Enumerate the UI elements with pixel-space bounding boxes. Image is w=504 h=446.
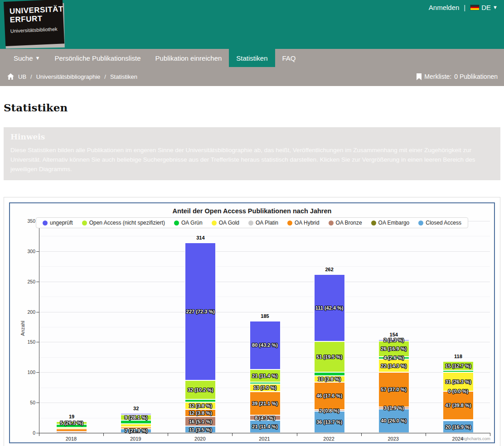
bar-segment[interactable] — [121, 420, 151, 424]
nav-item-suche[interactable]: Suche▼ — [6, 49, 47, 67]
x-axis-tick — [168, 433, 168, 436]
bar-total-label: 262 — [325, 267, 333, 272]
language-switcher[interactable]: DE ▼ — [470, 4, 498, 11]
y-axis-label: 50 — [17, 400, 35, 405]
legend-item-open-access-nicht-spezifiziert-[interactable]: Open Access (nicht spezifiziert) — [82, 220, 165, 226]
german-flag-icon — [470, 5, 480, 10]
bar-segment[interactable] — [443, 370, 474, 372]
nav-item-statistiken[interactable]: Statistiken — [229, 49, 275, 67]
merkliste-label: Merkliste: — [424, 73, 451, 80]
logo-line2: ERFURT — [10, 13, 63, 24]
login-link[interactable]: Anmelden — [429, 4, 460, 11]
x-axis-label: 2023 — [361, 436, 426, 441]
breadcrumb: UB/Universitätsbibliographie/Statistiken — [7, 73, 137, 80]
bar-segment[interactable] — [56, 427, 87, 429]
bar-segment[interactable] — [314, 372, 345, 376]
chart-title: Anteil der Open Access Publikationen nac… — [10, 207, 494, 215]
bar-segment[interactable] — [443, 420, 474, 421]
segment-data-label: 40 (26.0 %) — [381, 418, 407, 423]
segment-data-label: 0 (0.0 %) — [448, 388, 469, 394]
legend-item-oa-gold[interactable]: OA Gold — [212, 220, 239, 226]
x-axis-tick — [490, 433, 490, 436]
logo-subtitle: Universitätsbibliothek — [10, 26, 64, 34]
segment-data-label: 111 (42.4 %) — [315, 305, 344, 311]
segment-data-label: 80 (43.2 %) — [252, 342, 278, 348]
merkliste-count: 0 Publikationen — [454, 73, 498, 80]
segment-data-label: 31 (26.3 %) — [445, 379, 471, 384]
chevron-down-icon: ▼ — [493, 5, 498, 10]
y-axis-tick — [36, 342, 39, 342]
nav-item-label: FAQ — [282, 54, 296, 62]
x-axis-tick — [297, 433, 297, 436]
legend-item-oa-gr-n[interactable]: OA Grün — [174, 220, 203, 226]
gridline-minor — [39, 297, 490, 297]
header-actions: Anmelden | DE ▼ — [429, 4, 498, 11]
segment-data-label: 46 (17.6 %) — [316, 393, 342, 398]
main-content: Statistiken Hinweis Diese Statistiken bi… — [0, 101, 504, 446]
site-header: UNIVERSITÄT ERFURT Universitätsbibliothe… — [0, 0, 504, 49]
y-axis-label: 150 — [17, 339, 35, 345]
legend-item-oa-hybrid[interactable]: OA Hybrid — [287, 220, 320, 226]
chevron-down-icon: ▼ — [35, 56, 40, 61]
x-axis-label: 2019 — [103, 436, 168, 441]
bar-segment[interactable] — [185, 399, 216, 402]
open-access-chart[interactable]: Anteil der Open Access Publikationen nac… — [9, 202, 495, 443]
segment-data-label: 13 (7.0 %) — [253, 385, 276, 390]
segment-data-label: 2 (1.3 %) — [383, 337, 404, 343]
segment-data-label: 10 (3.8 %) — [318, 376, 341, 382]
breadcrumb-item[interactable]: Statistiken — [110, 73, 137, 80]
segment-data-label: 5 (26.3 %) — [60, 420, 83, 426]
segment-data-label: 51 (19.5 %) — [316, 354, 342, 360]
breadcrumb-item[interactable]: UB — [18, 73, 26, 80]
y-axis-tick — [36, 372, 39, 373]
legend-item-closed-access[interactable]: Closed Access — [418, 220, 461, 226]
legend-marker-icon — [174, 221, 179, 225]
breadcrumb-item[interactable]: Universitätsbibliographie — [36, 73, 101, 80]
home-icon[interactable] — [7, 73, 14, 80]
segment-data-label: 9 (28.1 %) — [125, 415, 148, 420]
language-label: DE — [481, 4, 491, 11]
legend-item-oa-platin[interactable]: OA Platin — [248, 220, 278, 226]
legend-label: OA Hybrid — [295, 220, 320, 226]
nav-item-faq[interactable]: FAQ — [275, 49, 303, 67]
nav-item-pers-nliche-publikationsliste[interactable]: Persönliche Publikationsliste — [47, 49, 148, 67]
legend-label: ungeprüft — [50, 220, 73, 226]
chart-legend: ungeprüftOpen Access (nicht spezifiziert… — [36, 217, 468, 228]
hinweis-text: Diese Statistiken bilden alle Publikatio… — [10, 145, 486, 174]
y-axis-title: Anzahl — [20, 315, 25, 342]
gridline-major — [39, 312, 490, 312]
segment-data-label: 2 (0.8 %) — [319, 408, 339, 413]
legend-item-oa-bronze[interactable]: OA Bronze — [329, 220, 362, 226]
university-logo[interactable]: UNIVERSITÄT ERFURT Universitätsbibliothe… — [4, 2, 67, 50]
bookmark-icon — [417, 73, 422, 80]
bar-segment[interactable] — [56, 429, 87, 432]
x-axis-tick — [426, 433, 426, 436]
legend-marker-icon — [287, 221, 292, 225]
segment-data-label: 12 (3.8 %) — [189, 403, 212, 408]
x-axis-label: 2021 — [232, 436, 296, 441]
legend-marker-icon — [248, 221, 253, 225]
legend-item-ungepr-ft[interactable]: ungeprüft — [43, 220, 73, 226]
y-axis-label: 250 — [17, 279, 35, 284]
bar-total-label: 314 — [196, 235, 204, 240]
y-axis-tick — [36, 403, 39, 403]
segment-data-label: 4 (2.6 %) — [383, 355, 404, 360]
segment-data-label: 227 (72.3 %) — [186, 309, 215, 314]
segment-data-label: 8 (4.3 %) — [255, 415, 275, 421]
bar-segment[interactable] — [121, 424, 151, 427]
segment-data-label: 15 (12.7 %) — [445, 363, 471, 369]
hinweis-title: Hinweis — [10, 132, 494, 141]
gridline-major — [39, 251, 490, 252]
legend-label: OA Platin — [256, 220, 278, 226]
y-axis-label: 300 — [17, 249, 35, 254]
y-axis-label: 200 — [17, 309, 35, 315]
merkliste[interactable]: Merkliste: 0 Publikationen — [417, 73, 498, 80]
page: { "header": { "logo_line1": "UNIVERSITÄT… — [0, 0, 504, 446]
nav-item-publikation-einreichen[interactable]: Publikation einreichen — [148, 49, 229, 67]
chart-plot-area[interactable]: 5 (26.3 %)197 (21.9 %)9 (28.1 %)3211 (3.… — [39, 221, 490, 433]
bar-segment[interactable] — [250, 382, 281, 384]
legend-marker-icon — [371, 221, 376, 225]
gridline-minor — [39, 236, 490, 236]
legend-item-oa-embargo[interactable]: OA Embargo — [371, 220, 410, 226]
page-title: Statistiken — [4, 101, 500, 114]
